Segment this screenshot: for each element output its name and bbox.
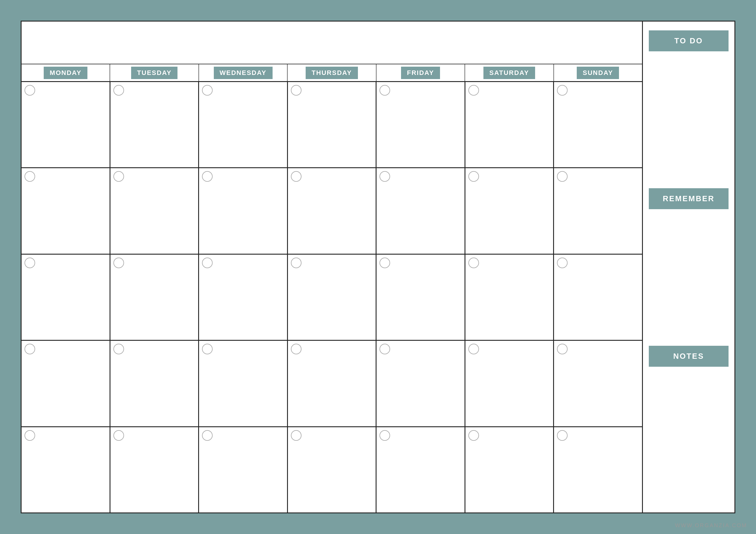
cell-1-3[interactable]: [199, 82, 288, 167]
cell-2-6[interactable]: [465, 168, 554, 253]
circle-icon: [291, 171, 302, 182]
cell-5-5[interactable]: [377, 427, 465, 513]
cell-5-1[interactable]: [21, 427, 110, 513]
cell-3-7[interactable]: [554, 255, 642, 340]
cell-1-1[interactable]: [21, 82, 110, 167]
day-header-thursday: THURSDAY: [288, 64, 376, 81]
circle-icon: [113, 258, 124, 268]
circle-icon: [468, 430, 479, 441]
cell-2-5[interactable]: [377, 168, 465, 253]
day-header-monday: MONDAY: [21, 64, 110, 81]
thursday-label: THURSDAY: [306, 67, 358, 79]
friday-label: FRIDAY: [401, 67, 440, 79]
cell-4-6[interactable]: [465, 341, 554, 426]
circle-icon: [202, 258, 213, 268]
circle-icon: [379, 430, 390, 441]
circle-icon: [113, 171, 124, 182]
tuesday-label: TUESDAY: [131, 67, 177, 79]
cell-1-5[interactable]: [377, 82, 465, 167]
wednesday-label: WEDNESDAY: [214, 67, 273, 79]
circle-icon: [291, 344, 302, 354]
day-header-tuesday: TUESDAY: [110, 64, 199, 81]
circle-icon: [557, 430, 568, 441]
cell-1-2[interactable]: [110, 82, 199, 167]
circle-icon: [24, 171, 35, 182]
sidebar-spacer-3: [649, 367, 729, 504]
saturday-label: SATURDAY: [483, 67, 535, 79]
cell-5-4[interactable]: [288, 427, 377, 513]
circle-icon: [557, 344, 568, 354]
sidebar-spacer-2: [649, 209, 729, 346]
cell-5-3[interactable]: [199, 427, 288, 513]
calendar-row-4: [21, 341, 642, 427]
cell-2-3[interactable]: [199, 168, 288, 253]
cell-3-6[interactable]: [465, 255, 554, 340]
remember-button: REMEMBER: [649, 188, 729, 209]
calendar-row-1: [21, 82, 642, 168]
circle-icon: [468, 85, 479, 96]
cell-2-4[interactable]: [288, 168, 377, 253]
circle-icon: [24, 430, 35, 441]
circle-icon: [291, 258, 302, 268]
cell-3-5[interactable]: [377, 255, 465, 340]
calendar-row-5: [21, 427, 642, 513]
circle-icon: [202, 430, 213, 441]
page: MONDAY TUESDAY WEDNESDAY THURSDAY FRIDAY…: [21, 21, 735, 513]
circle-icon: [24, 258, 35, 268]
circle-icon: [113, 344, 124, 354]
circle-icon: [113, 85, 124, 96]
cell-2-1[interactable]: [21, 168, 110, 253]
outer-container: MONDAY TUESDAY WEDNESDAY THURSDAY FRIDAY…: [15, 15, 741, 519]
cell-2-7[interactable]: [554, 168, 642, 253]
circle-icon: [468, 344, 479, 354]
circle-icon: [379, 171, 390, 182]
circle-icon: [202, 171, 213, 182]
cell-4-7[interactable]: [554, 341, 642, 426]
cell-1-6[interactable]: [465, 82, 554, 167]
calendar-section: MONDAY TUESDAY WEDNESDAY THURSDAY FRIDAY…: [21, 21, 643, 513]
cell-1-4[interactable]: [288, 82, 377, 167]
cell-2-2[interactable]: [110, 168, 199, 253]
circle-icon: [24, 85, 35, 96]
sunday-label: SUNDAY: [577, 67, 619, 79]
cell-5-6[interactable]: [465, 427, 554, 513]
circle-icon: [468, 258, 479, 268]
calendar-row-2: [21, 168, 642, 254]
circle-icon: [202, 85, 213, 96]
day-header-friday: FRIDAY: [377, 64, 465, 81]
cell-4-4[interactable]: [288, 341, 377, 426]
todo-button: TO DO: [649, 30, 729, 51]
cell-3-4[interactable]: [288, 255, 377, 340]
calendar-grid: [21, 82, 642, 513]
calendar-row-3: [21, 255, 642, 341]
sidebar: TO DO REMEMBER NOTES: [643, 21, 735, 513]
circle-icon: [202, 344, 213, 354]
circle-icon: [291, 430, 302, 441]
cell-3-1[interactable]: [21, 255, 110, 340]
monday-label: MONDAY: [44, 67, 87, 79]
day-header-wednesday: WEDNESDAY: [199, 64, 288, 81]
cell-4-3[interactable]: [199, 341, 288, 426]
cell-4-5[interactable]: [377, 341, 465, 426]
cell-3-3[interactable]: [199, 255, 288, 340]
circle-icon: [291, 85, 302, 96]
calendar-header-blank: [21, 21, 642, 64]
circle-icon: [379, 258, 390, 268]
circle-icon: [379, 344, 390, 354]
cell-4-2[interactable]: [110, 341, 199, 426]
cell-3-2[interactable]: [110, 255, 199, 340]
circle-icon: [379, 85, 390, 96]
circle-icon: [24, 344, 35, 354]
cell-1-7[interactable]: [554, 82, 642, 167]
circle-icon: [557, 258, 568, 268]
circle-icon: [468, 171, 479, 182]
day-headers: MONDAY TUESDAY WEDNESDAY THURSDAY FRIDAY…: [21, 64, 642, 82]
website-watermark: WWW.ORGANZIA.COM: [675, 522, 747, 529]
day-header-sunday: SUNDAY: [554, 64, 642, 81]
circle-icon: [557, 85, 568, 96]
sidebar-spacer-1: [649, 51, 729, 188]
cell-5-2[interactable]: [110, 427, 199, 513]
cell-4-1[interactable]: [21, 341, 110, 426]
circle-icon: [113, 430, 124, 441]
cell-5-7[interactable]: [554, 427, 642, 513]
